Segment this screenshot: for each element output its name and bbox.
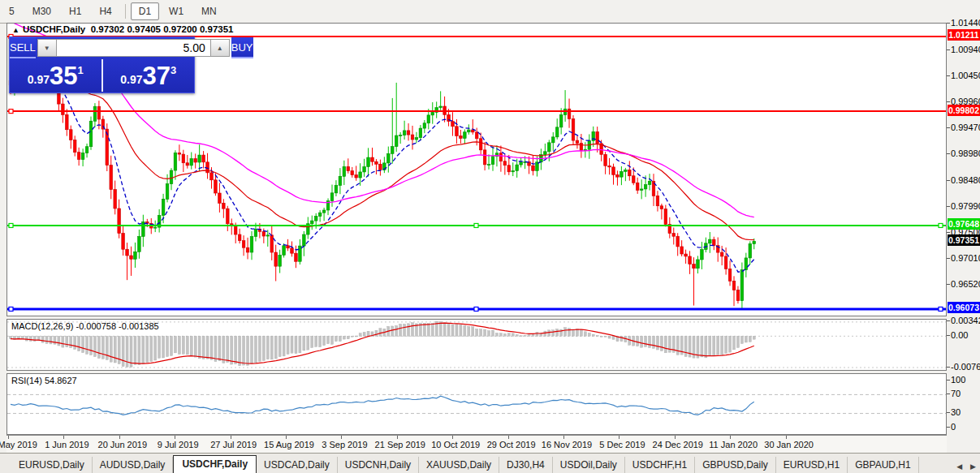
date-label: 14 May 2019	[0, 440, 37, 449]
candle-body	[712, 239, 715, 246]
macd-histogram-bar	[231, 336, 233, 364]
candle-body	[596, 131, 599, 143]
candle-body	[166, 184, 169, 200]
candle-body	[732, 281, 736, 290]
chart-tab-xauusd-daily[interactable]: XAUUSD,Daily	[419, 457, 499, 473]
candle-body	[299, 246, 302, 261]
candle-body	[736, 290, 740, 301]
macd-histogram-bar	[468, 326, 470, 336]
macd-histogram-bar	[287, 336, 289, 354]
chart-tab-usdcad-daily[interactable]: USDCAD,Daily	[257, 457, 338, 473]
candle-body	[153, 227, 157, 228]
candle-body	[202, 155, 205, 162]
line-handle-left[interactable]	[9, 307, 13, 311]
price-axis-tick	[947, 127, 950, 128]
buy-price-display[interactable]: 0.97373	[103, 58, 195, 92]
candle-body	[491, 157, 494, 165]
macd-histogram-bar	[552, 330, 555, 337]
chart-tab-gbpaud-h1[interactable]: GBPAUD,H1	[848, 457, 918, 473]
candle-body	[62, 104, 65, 114]
chart-tab-usdcnh-daily[interactable]: USDCNH,Daily	[338, 457, 419, 473]
timeframe-button-5[interactable]: 5	[1, 2, 23, 20]
candle-body	[693, 264, 696, 269]
line-handle-mid[interactable]	[474, 223, 478, 227]
candle-body	[507, 166, 511, 172]
macd-axis-label: 0.003428	[951, 316, 980, 325]
candle-body	[487, 165, 490, 166]
timeframe-button-mn[interactable]: MN	[193, 2, 225, 20]
rsi-line	[11, 396, 754, 415]
candle-body	[676, 236, 680, 247]
candle-body	[283, 246, 286, 256]
candle-body	[503, 161, 507, 166]
macd-histogram-bar	[740, 336, 743, 343]
macd-histogram-bar	[423, 323, 425, 336]
line-handle-mid[interactable]	[474, 307, 478, 311]
timeframe-button-w1[interactable]: W1	[161, 2, 192, 20]
macd-axis-label: 0.00	[951, 330, 968, 340]
sell-price-display[interactable]: 0.97351	[10, 58, 101, 92]
timeframe-button-d1[interactable]: D1	[131, 2, 159, 20]
collapse-triangle-icon[interactable]: ▲	[12, 26, 19, 34]
macd-histogram-bar	[291, 336, 293, 353]
macd-histogram-bar	[572, 329, 575, 336]
chart-tab-audusd-daily[interactable]: AUDUSD,Daily	[93, 457, 174, 473]
price-axis-tick	[947, 258, 950, 259]
chart-tab-dj30-h4[interactable]: DJ30,H4	[499, 457, 553, 473]
macd-histogram-bar	[29, 336, 32, 341]
chart-tab-usdchf-daily[interactable]: USDCHF,Daily	[173, 455, 257, 473]
macd-histogram-bar	[41, 336, 44, 342]
candle-body	[314, 217, 317, 221]
chart-tab-usdoil-daily[interactable]: USDOil,Daily	[553, 457, 625, 473]
date-tick	[286, 436, 287, 439]
rsi-axis: 10070300	[947, 373, 980, 435]
macd-histogram-bar	[146, 336, 149, 362]
macd-histogram-bar	[299, 336, 301, 353]
candle-body	[66, 114, 69, 129]
candle-body	[343, 166, 346, 176]
chart-tab-eurusd-daily[interactable]: EURUSD,Daily	[11, 457, 93, 473]
timeframe-button-m30[interactable]: M30	[24, 2, 59, 20]
macd-histogram-bar	[399, 324, 402, 336]
sell-button[interactable]: SELL	[10, 37, 36, 58]
timeframe-button-h1[interactable]: H1	[61, 2, 89, 20]
macd-histogram-bar	[472, 327, 474, 337]
rsi-axis-label: 70	[951, 389, 961, 398]
chart-tab-usdchf-h1[interactable]: USDCHF,H1	[625, 457, 695, 473]
buy-button[interactable]: BUY	[231, 37, 253, 58]
timeframe-button-h4[interactable]: H4	[91, 2, 119, 20]
candle-body	[130, 256, 133, 259]
macd-histogram-bar	[664, 336, 667, 353]
macd-histogram-bar	[431, 323, 434, 336]
lot-increase-button[interactable]: ▲	[210, 39, 230, 57]
price-level-tag-0.96073: 0.96073	[948, 302, 980, 313]
tab-scroll-left-icon[interactable]: ◀	[952, 459, 966, 473]
macd-histogram-bar	[222, 336, 225, 363]
line-handle-right[interactable]	[939, 307, 943, 311]
line-handle-left[interactable]	[9, 223, 13, 227]
tab-scroll-right-icon[interactable]: ▶	[966, 459, 980, 473]
candle-body	[468, 130, 471, 132]
lot-size-input[interactable]	[57, 39, 210, 57]
macd-histogram-bar	[90, 336, 93, 355]
candle-body	[182, 154, 185, 163]
macd-histogram-bar	[158, 336, 161, 358]
candle-body	[291, 248, 294, 253]
candle-body	[516, 165, 519, 170]
macd-histogram-bar	[106, 336, 108, 359]
macd-histogram-bar	[311, 336, 313, 347]
line-handle-left[interactable]	[9, 110, 13, 114]
buy-price-sup: 3	[171, 64, 176, 76]
lot-decrease-button[interactable]: ▼	[37, 39, 57, 57]
chart-tab-gbpusd-daily[interactable]: GBPUSD,Daily	[695, 457, 776, 473]
chart-tab-eurusd-h1[interactable]: EURUSD,H1	[776, 457, 848, 473]
candle-body	[178, 153, 181, 154]
price-axis: 1.014401.009401.004500.999600.994700.989…	[947, 23, 980, 316]
chart-title-ohlc: 0.97302 0.97405 0.97200 0.97351	[91, 24, 234, 34]
macd-histogram-bar	[295, 336, 297, 353]
candle-body	[367, 157, 370, 166]
line-handle-right[interactable]	[939, 223, 943, 227]
candle-body	[451, 122, 455, 127]
macd-histogram-bar	[355, 336, 357, 337]
macd-axis-tick	[947, 335, 950, 336]
